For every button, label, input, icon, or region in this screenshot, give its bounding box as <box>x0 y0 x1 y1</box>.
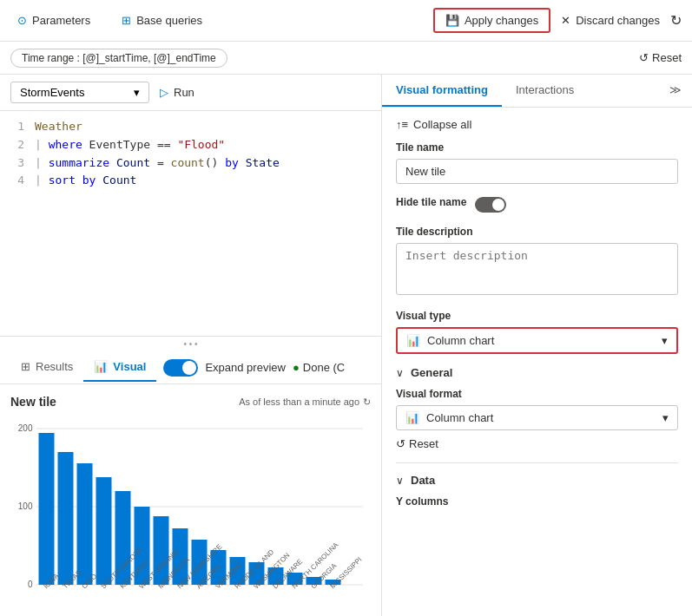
vf-inner: 📊 Column chart <box>405 411 493 424</box>
top-bar-right: 💾 Apply changes ✕ Discard changes ↻ <box>433 8 682 33</box>
general-header: ∨ General <box>396 366 678 379</box>
expand-panel-icon[interactable]: ≫ <box>669 83 682 96</box>
refresh-small-icon[interactable]: ↻ <box>363 396 371 408</box>
y-label-100: 100 <box>18 501 33 511</box>
done-badge: ● Done (C <box>293 361 345 374</box>
discard-changes-button[interactable]: ✕ Discard changes <box>561 14 660 27</box>
code-content-3: | summarize Count = count() by State <box>35 154 280 173</box>
visual-icon: 📊 <box>94 360 108 373</box>
y-label-0: 0 <box>28 580 33 589</box>
vf-value: Column chart <box>426 411 493 424</box>
code-line-1: 1 Weather <box>10 118 371 136</box>
hide-tile-toggle[interactable] <box>475 197 506 213</box>
run-button[interactable]: ▷ Run <box>160 86 194 99</box>
right-panel: Visual formatting Interactions ≫ ↑≡ Coll… <box>382 75 692 616</box>
refresh-button[interactable]: ↻ <box>670 12 682 29</box>
discard-icon: ✕ <box>561 14 570 27</box>
tile-desc-input[interactable] <box>396 243 678 295</box>
general-chevron[interactable]: ∨ <box>396 367 404 379</box>
reset-small-label: Reset <box>409 437 438 450</box>
data-chevron[interactable]: ∨ <box>396 475 404 487</box>
apply-changes-button[interactable]: 💾 Apply changes <box>433 8 550 33</box>
resize-handle[interactable]: • • • <box>0 336 381 351</box>
reset-label: Reset <box>652 51 682 64</box>
top-bar-left: ⊙ Parameters ⊞ Base queries <box>10 10 209 30</box>
code-line-4: 4 | sort by Count <box>10 172 371 190</box>
general-title: General <box>411 366 452 379</box>
chart-timestamp: As of less than a minute ago ↻ <box>239 396 371 408</box>
collapse-all-button[interactable]: ↑≡ Collapse all <box>396 118 471 131</box>
chart-header: New tile As of less than a minute ago ↻ <box>10 395 371 409</box>
results-label: Results <box>36 360 73 373</box>
line-num-3: 3 <box>10 154 24 173</box>
bar-ohio <box>77 463 93 585</box>
query-toolbar: StormEvents ▾ ▷ Run <box>0 75 381 111</box>
run-label: Run <box>174 86 194 99</box>
tile-name-label: Tile name <box>396 141 678 154</box>
tab-interactions[interactable]: Interactions <box>502 75 588 107</box>
line-num-4: 4 <box>10 172 24 190</box>
collapse-icon: ↑≡ <box>396 118 408 131</box>
code-editor[interactable]: 1 Weather 2 | where EventType == "Flood"… <box>0 111 381 336</box>
chart-title: New tile <box>10 395 56 409</box>
right-tabs: Visual formatting Interactions ≫ <box>382 75 692 108</box>
tile-name-group: Tile name <box>396 141 678 184</box>
hide-tile-label: Hide tile name <box>396 196 466 208</box>
base-queries-nav[interactable]: ⊞ Base queries <box>115 10 209 30</box>
time-range-bar: Time range : [@]_startTime, [@]_endTime … <box>0 42 692 75</box>
vf-icon: 📊 <box>405 411 419 424</box>
time-range-pill[interactable]: Time range : [@]_startTime, [@]_endTime <box>10 49 227 68</box>
data-header: ∨ Data <box>396 474 678 487</box>
database-name: StormEvents <box>20 86 84 99</box>
time-range-label: Time range : [@]_startTime, [@]_endTime <box>22 52 216 64</box>
visual-type-label: Visual type <box>396 310 678 322</box>
chart-container: 200 100 0 <box>10 416 371 615</box>
tab-results[interactable]: ⊞ Results <box>10 353 83 382</box>
tile-name-input[interactable] <box>396 159 678 184</box>
line-num-1: 1 <box>10 118 24 136</box>
top-bar: ⊙ Parameters ⊞ Base queries 💾 Apply chan… <box>0 0 692 42</box>
y-columns-label: Y columns <box>396 495 678 508</box>
expand-label: Expand preview <box>205 361 286 374</box>
bar-chart-svg: 200 100 0 <box>10 416 371 606</box>
left-panel: StormEvents ▾ ▷ Run 1 Weather 2 | where … <box>0 75 382 616</box>
apply-icon: 💾 <box>445 14 459 27</box>
reset-small-button[interactable]: ↺ Reset <box>396 437 438 450</box>
expand-toggle: Expand preview <box>163 359 286 377</box>
y-label-200: 200 <box>18 423 33 433</box>
code-content-2: | where EventType == "Flood" <box>35 136 225 154</box>
visual-type-value: Column chart <box>427 334 494 347</box>
code-line-3: 3 | summarize Count = count() by State <box>10 154 371 173</box>
timestamp-text: As of less than a minute ago <box>239 396 359 407</box>
visual-label: Visual <box>113 360 146 373</box>
tabs-bar: ⊞ Results 📊 Visual Expand preview ● Done… <box>0 351 381 384</box>
parameters-nav[interactable]: ⊙ Parameters <box>10 10 97 30</box>
visual-type-select[interactable]: 📊 Column chart ▾ <box>396 327 678 354</box>
tab-visual-formatting[interactable]: Visual formatting <box>382 75 502 107</box>
code-content-4: | sort by Count <box>35 172 136 190</box>
bar-texas <box>58 452 74 585</box>
tab-visual[interactable]: 📊 Visual <box>83 353 156 382</box>
tile-desc-label: Tile description <box>396 226 678 238</box>
hide-tile-row: Hide tile name <box>396 196 678 213</box>
reset-button[interactable]: ↺ Reset <box>639 51 682 64</box>
visual-format-select[interactable]: 📊 Column chart ▾ <box>396 405 678 430</box>
line-num-2: 2 <box>10 136 24 154</box>
bar-iowa <box>39 433 55 585</box>
main-layout: StormEvents ▾ ▷ Run 1 Weather 2 | where … <box>0 75 692 616</box>
code-content-1: Weather <box>35 118 82 136</box>
data-title: Data <box>411 474 435 487</box>
chart-area: New tile As of less than a minute ago ↻ … <box>0 384 381 616</box>
done-label: Done (C <box>303 361 345 374</box>
bar-chart-icon: 📊 <box>406 334 420 347</box>
collapse-label: Collapse all <box>413 118 471 131</box>
database-select[interactable]: StormEvents ▾ <box>10 82 149 103</box>
general-section: ∨ General Visual format 📊 Column chart ▾… <box>396 366 678 450</box>
queries-label: Base queries <box>136 14 202 27</box>
run-icon: ▷ <box>160 86 168 99</box>
code-line-2: 2 | where EventType == "Flood" <box>10 136 371 154</box>
results-icon: ⊞ <box>21 360 30 373</box>
reset-icon: ↺ <box>639 51 649 64</box>
visual-type-group: Visual type 📊 Column chart ▾ <box>396 310 678 354</box>
toggle-switch[interactable] <box>163 359 198 377</box>
